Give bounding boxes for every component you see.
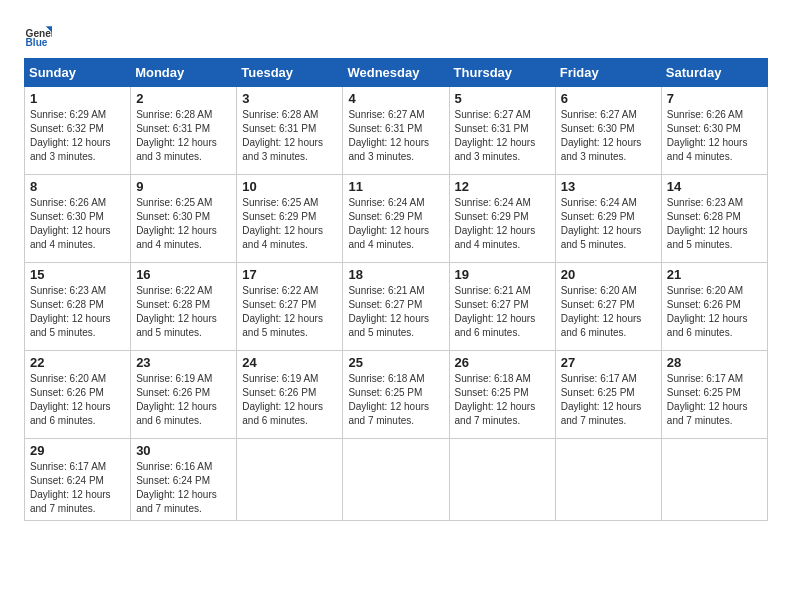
- calendar-day-cell: 1 Sunrise: 6:29 AM Sunset: 6:32 PM Dayli…: [25, 87, 131, 175]
- weekday-header: Sunday: [25, 59, 131, 87]
- day-sunrise: Sunrise: 6:23 AM: [667, 197, 743, 208]
- day-daylight: Daylight: 12 hours and 4 minutes.: [242, 225, 323, 250]
- day-sunset: Sunset: 6:26 PM: [242, 387, 316, 398]
- day-number: 25: [348, 355, 443, 370]
- day-number: 12: [455, 179, 550, 194]
- day-sunset: Sunset: 6:25 PM: [348, 387, 422, 398]
- day-daylight: Daylight: 12 hours and 7 minutes.: [348, 401, 429, 426]
- day-daylight: Daylight: 12 hours and 3 minutes.: [242, 137, 323, 162]
- calendar-day-cell: 13 Sunrise: 6:24 AM Sunset: 6:29 PM Dayl…: [555, 175, 661, 263]
- day-sunset: Sunset: 6:25 PM: [455, 387, 529, 398]
- calendar-day-cell: 2 Sunrise: 6:28 AM Sunset: 6:31 PM Dayli…: [131, 87, 237, 175]
- svg-text:Blue: Blue: [26, 37, 48, 48]
- day-sunrise: Sunrise: 6:22 AM: [242, 285, 318, 296]
- calendar-week-row: 22 Sunrise: 6:20 AM Sunset: 6:26 PM Dayl…: [25, 351, 768, 439]
- day-sunset: Sunset: 6:28 PM: [136, 299, 210, 310]
- day-sunset: Sunset: 6:31 PM: [455, 123, 529, 134]
- day-daylight: Daylight: 12 hours and 4 minutes.: [348, 225, 429, 250]
- day-sunset: Sunset: 6:24 PM: [136, 475, 210, 486]
- weekday-header: Tuesday: [237, 59, 343, 87]
- day-sunset: Sunset: 6:26 PM: [667, 299, 741, 310]
- day-sunrise: Sunrise: 6:24 AM: [455, 197, 531, 208]
- day-number: 15: [30, 267, 125, 282]
- day-sunrise: Sunrise: 6:21 AM: [455, 285, 531, 296]
- calendar-day-cell: [343, 439, 449, 521]
- logo: General Blue: [24, 20, 56, 48]
- day-sunrise: Sunrise: 6:20 AM: [561, 285, 637, 296]
- day-daylight: Daylight: 12 hours and 5 minutes.: [242, 313, 323, 338]
- day-number: 29: [30, 443, 125, 458]
- day-sunrise: Sunrise: 6:27 AM: [348, 109, 424, 120]
- calendar-day-cell: 5 Sunrise: 6:27 AM Sunset: 6:31 PM Dayli…: [449, 87, 555, 175]
- day-daylight: Daylight: 12 hours and 7 minutes.: [136, 489, 217, 514]
- day-sunrise: Sunrise: 6:27 AM: [561, 109, 637, 120]
- day-sunset: Sunset: 6:29 PM: [348, 211, 422, 222]
- calendar-day-cell: 23 Sunrise: 6:19 AM Sunset: 6:26 PM Dayl…: [131, 351, 237, 439]
- day-daylight: Daylight: 12 hours and 6 minutes.: [455, 313, 536, 338]
- day-number: 1: [30, 91, 125, 106]
- day-daylight: Daylight: 12 hours and 7 minutes.: [30, 489, 111, 514]
- day-daylight: Daylight: 12 hours and 3 minutes.: [455, 137, 536, 162]
- day-daylight: Daylight: 12 hours and 3 minutes.: [561, 137, 642, 162]
- calendar-day-cell: 20 Sunrise: 6:20 AM Sunset: 6:27 PM Dayl…: [555, 263, 661, 351]
- day-sunrise: Sunrise: 6:19 AM: [242, 373, 318, 384]
- day-daylight: Daylight: 12 hours and 5 minutes.: [348, 313, 429, 338]
- day-daylight: Daylight: 12 hours and 4 minutes.: [667, 137, 748, 162]
- day-sunrise: Sunrise: 6:26 AM: [30, 197, 106, 208]
- day-sunrise: Sunrise: 6:20 AM: [667, 285, 743, 296]
- day-number: 4: [348, 91, 443, 106]
- day-sunrise: Sunrise: 6:24 AM: [561, 197, 637, 208]
- day-sunset: Sunset: 6:25 PM: [667, 387, 741, 398]
- day-number: 2: [136, 91, 231, 106]
- day-sunrise: Sunrise: 6:19 AM: [136, 373, 212, 384]
- calendar-day-cell: 6 Sunrise: 6:27 AM Sunset: 6:30 PM Dayli…: [555, 87, 661, 175]
- day-sunset: Sunset: 6:28 PM: [30, 299, 104, 310]
- day-daylight: Daylight: 12 hours and 5 minutes.: [561, 225, 642, 250]
- day-sunset: Sunset: 6:32 PM: [30, 123, 104, 134]
- calendar-week-row: 8 Sunrise: 6:26 AM Sunset: 6:30 PM Dayli…: [25, 175, 768, 263]
- day-number: 23: [136, 355, 231, 370]
- day-sunrise: Sunrise: 6:29 AM: [30, 109, 106, 120]
- day-sunset: Sunset: 6:27 PM: [348, 299, 422, 310]
- calendar-week-row: 29 Sunrise: 6:17 AM Sunset: 6:24 PM Dayl…: [25, 439, 768, 521]
- day-number: 5: [455, 91, 550, 106]
- day-daylight: Daylight: 12 hours and 4 minutes.: [455, 225, 536, 250]
- day-daylight: Daylight: 12 hours and 5 minutes.: [30, 313, 111, 338]
- calendar-day-cell: 29 Sunrise: 6:17 AM Sunset: 6:24 PM Dayl…: [25, 439, 131, 521]
- day-daylight: Daylight: 12 hours and 7 minutes.: [561, 401, 642, 426]
- day-sunrise: Sunrise: 6:17 AM: [667, 373, 743, 384]
- calendar-day-cell: 10 Sunrise: 6:25 AM Sunset: 6:29 PM Dayl…: [237, 175, 343, 263]
- day-daylight: Daylight: 12 hours and 5 minutes.: [136, 313, 217, 338]
- calendar-day-cell: 8 Sunrise: 6:26 AM Sunset: 6:30 PM Dayli…: [25, 175, 131, 263]
- day-sunrise: Sunrise: 6:21 AM: [348, 285, 424, 296]
- weekday-header: Wednesday: [343, 59, 449, 87]
- day-number: 14: [667, 179, 762, 194]
- calendar-day-cell: 24 Sunrise: 6:19 AM Sunset: 6:26 PM Dayl…: [237, 351, 343, 439]
- day-number: 22: [30, 355, 125, 370]
- day-sunrise: Sunrise: 6:17 AM: [561, 373, 637, 384]
- day-sunset: Sunset: 6:24 PM: [30, 475, 104, 486]
- day-sunset: Sunset: 6:29 PM: [455, 211, 529, 222]
- day-sunset: Sunset: 6:26 PM: [136, 387, 210, 398]
- day-number: 11: [348, 179, 443, 194]
- day-number: 7: [667, 91, 762, 106]
- day-daylight: Daylight: 12 hours and 5 minutes.: [667, 225, 748, 250]
- weekday-header: Saturday: [661, 59, 767, 87]
- day-number: 21: [667, 267, 762, 282]
- day-sunset: Sunset: 6:25 PM: [561, 387, 635, 398]
- day-number: 19: [455, 267, 550, 282]
- day-sunset: Sunset: 6:29 PM: [242, 211, 316, 222]
- calendar-day-cell: 17 Sunrise: 6:22 AM Sunset: 6:27 PM Dayl…: [237, 263, 343, 351]
- calendar-day-cell: [555, 439, 661, 521]
- calendar-day-cell: 9 Sunrise: 6:25 AM Sunset: 6:30 PM Dayli…: [131, 175, 237, 263]
- day-daylight: Daylight: 12 hours and 6 minutes.: [136, 401, 217, 426]
- day-daylight: Daylight: 12 hours and 6 minutes.: [30, 401, 111, 426]
- day-number: 27: [561, 355, 656, 370]
- day-number: 26: [455, 355, 550, 370]
- day-sunset: Sunset: 6:31 PM: [136, 123, 210, 134]
- day-sunset: Sunset: 6:26 PM: [30, 387, 104, 398]
- day-daylight: Daylight: 12 hours and 3 minutes.: [136, 137, 217, 162]
- day-number: 3: [242, 91, 337, 106]
- day-number: 9: [136, 179, 231, 194]
- day-daylight: Daylight: 12 hours and 3 minutes.: [30, 137, 111, 162]
